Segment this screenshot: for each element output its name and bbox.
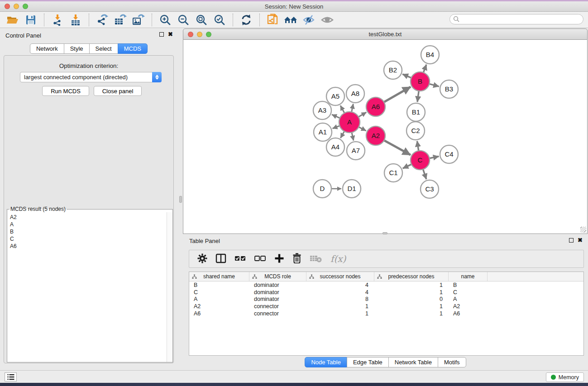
- mcds-result-item[interactable]: B: [10, 228, 167, 235]
- table-cell[interactable]: 1: [374, 310, 449, 317]
- mcds-result-item[interactable]: A2: [10, 214, 167, 221]
- close-panel-icon[interactable]: ✖: [168, 32, 173, 37]
- network-node-A[interactable]: A: [339, 112, 360, 133]
- tab-edge-table[interactable]: Edge Table: [347, 357, 389, 367]
- table-cell[interactable]: C: [449, 289, 488, 295]
- table-row[interactable]: Bdominator41B: [189, 281, 583, 289]
- criterion-dropdown[interactable]: largest connected component (directed): [20, 72, 162, 82]
- table-cell[interactable]: C: [189, 289, 249, 295]
- network-edge-B-B2[interactable]: [402, 74, 411, 78]
- mcds-list-scrollbar[interactable]: [167, 212, 172, 362]
- search-input[interactable]: [462, 15, 583, 24]
- network-node-A5[interactable]: A5: [326, 87, 344, 105]
- memory-button[interactable]: Memory: [546, 372, 584, 382]
- show-columns-button[interactable]: [215, 253, 226, 265]
- table-cell[interactable]: B: [449, 282, 488, 288]
- table-cell[interactable]: dominator: [249, 289, 306, 295]
- network-node-B3[interactable]: B3: [440, 80, 458, 98]
- mcds-result-list[interactable]: A2ABCA6: [7, 212, 167, 362]
- network-edge-A-A2[interactable]: [359, 127, 366, 131]
- network-node-C2[interactable]: C2: [406, 122, 425, 140]
- export-table-button[interactable]: [111, 13, 129, 27]
- open-file-button[interactable]: [4, 13, 22, 27]
- table-row[interactable]: A6connector11A6: [189, 310, 583, 317]
- table-cell[interactable]: 1: [306, 310, 374, 317]
- network-edge-A-A7[interactable]: [352, 132, 354, 140]
- network-node-C4[interactable]: C4: [440, 145, 458, 163]
- table-row[interactable]: A2connector11A2: [189, 303, 583, 310]
- network-edge-A-A1[interactable]: [333, 126, 340, 129]
- network-edge-B-B4[interactable]: [423, 65, 426, 73]
- table-cell[interactable]: connector: [249, 310, 306, 317]
- hide-graphics-details-button[interactable]: [300, 13, 318, 27]
- search-field[interactable]: [449, 14, 583, 24]
- table-cell[interactable]: 4: [306, 282, 374, 288]
- table-cell[interactable]: 1: [306, 303, 374, 310]
- table-cell[interactable]: dominator: [249, 296, 306, 302]
- column-header-successor-nodes[interactable]: successor nodes: [306, 272, 374, 281]
- clone-network-button[interactable]: [264, 13, 282, 27]
- zoom-out-button[interactable]: [174, 13, 192, 27]
- table-cell[interactable]: 1: [374, 282, 449, 288]
- network-edge-B-B3[interactable]: [429, 84, 439, 86]
- column-header-name[interactable]: name: [449, 272, 488, 281]
- window-resize-grip[interactable]: [580, 227, 586, 233]
- float-panel-icon[interactable]: [569, 238, 574, 243]
- column-header-MCDS-role[interactable]: MCDS role: [249, 272, 306, 281]
- tab-mcds[interactable]: MCDS: [118, 43, 148, 54]
- show-all-networks-button[interactable]: [282, 13, 300, 27]
- mcds-result-item[interactable]: A: [10, 221, 167, 228]
- export-image-button[interactable]: [129, 13, 148, 27]
- table-cell[interactable]: 0: [374, 296, 449, 302]
- network-node-B[interactable]: B: [411, 72, 430, 91]
- float-panel-icon[interactable]: [159, 32, 164, 37]
- network-edge-A2-C[interactable]: [384, 140, 411, 155]
- run-mcds-button[interactable]: Run MCDS: [42, 86, 89, 96]
- table-cell[interactable]: dominator: [249, 282, 306, 288]
- network-node-C[interactable]: C: [411, 151, 430, 170]
- table-cell[interactable]: 1: [374, 289, 449, 295]
- table-cell[interactable]: 1: [374, 303, 449, 310]
- network-node-A4[interactable]: A4: [326, 138, 344, 156]
- network-edge-C-C1[interactable]: [403, 164, 412, 169]
- delete-column-button[interactable]: [292, 253, 301, 265]
- table-row[interactable]: Adominator80A: [189, 295, 583, 303]
- network-edge-B-B1[interactable]: [417, 91, 419, 102]
- node-table[interactable]: shared nameMCDS rolesuccessor nodesprede…: [189, 272, 584, 356]
- network-edge-A-A4[interactable]: [340, 131, 344, 138]
- network-edge-C-C4[interactable]: [429, 157, 439, 158]
- table-cell[interactable]: connector: [249, 303, 306, 310]
- network-canvas[interactable]: AA1A2A3A4A5A6A7A8BB1B2B3B4CC1C2C3C4DD1: [183, 40, 588, 234]
- table-cell[interactable]: A6: [189, 310, 249, 317]
- table-cell[interactable]: A2: [189, 303, 249, 310]
- tab-network[interactable]: Network: [30, 43, 64, 54]
- zoom-selected-button[interactable]: [210, 13, 229, 27]
- zoom-in-button[interactable]: [156, 13, 174, 27]
- network-edge-A-A6[interactable]: [358, 112, 366, 117]
- import-table-button[interactable]: [67, 13, 85, 27]
- network-graph[interactable]: AA1A2A3A4A5A6A7A8BB1B2B3B4CC1C2C3C4DD1: [183, 40, 587, 233]
- vertical-scroll-thumb[interactable]: [179, 196, 182, 203]
- table-cell[interactable]: A6: [449, 310, 488, 317]
- select-all-columns-button[interactable]: [234, 253, 246, 265]
- table-settings-button[interactable]: [197, 253, 207, 265]
- close-panel-button[interactable]: Close panel: [94, 86, 142, 96]
- network-node-B4[interactable]: B4: [421, 46, 439, 64]
- export-network-button[interactable]: [93, 13, 111, 27]
- network-node-C1[interactable]: C1: [384, 164, 402, 182]
- network-node-A6[interactable]: A6: [366, 97, 385, 116]
- table-cell[interactable]: A: [449, 296, 488, 302]
- table-cell[interactable]: B: [189, 282, 249, 288]
- tab-select[interactable]: Select: [89, 43, 118, 54]
- tab-network-table[interactable]: Network Table: [388, 357, 438, 367]
- mcds-result-item[interactable]: C: [10, 235, 167, 243]
- tab-motifs[interactable]: Motifs: [438, 357, 466, 367]
- zoom-fit-button[interactable]: [192, 13, 210, 27]
- network-node-D[interactable]: D: [313, 180, 331, 198]
- mcds-result-item[interactable]: A6: [10, 243, 167, 250]
- column-header-shared-name[interactable]: shared name: [189, 272, 249, 281]
- network-window-titlebar[interactable]: testGlobe.txt: [183, 29, 588, 40]
- network-node-A3[interactable]: A3: [313, 101, 331, 119]
- save-session-button[interactable]: [22, 13, 40, 27]
- tab-node-table[interactable]: Node Table: [305, 357, 347, 367]
